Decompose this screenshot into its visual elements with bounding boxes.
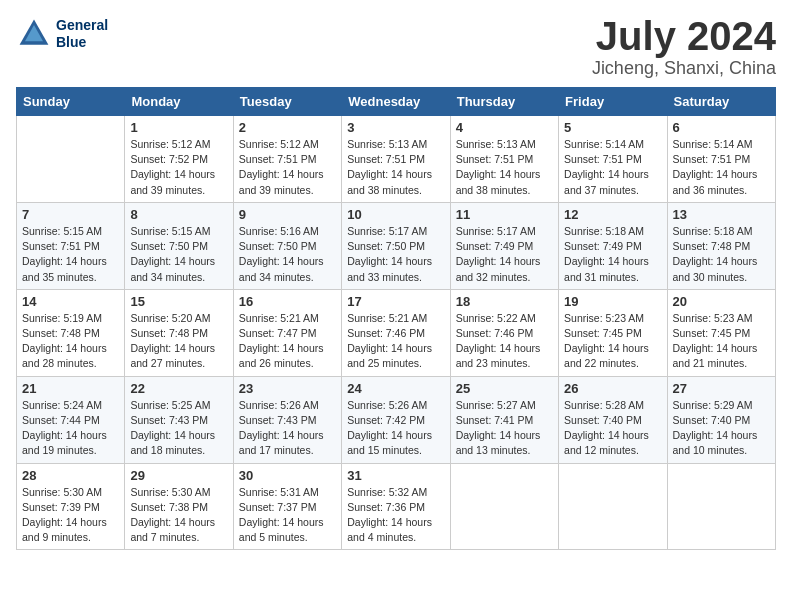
day-info: Sunrise: 5:13 AMSunset: 7:51 PMDaylight:… [456,137,553,198]
calendar-cell: 5Sunrise: 5:14 AMSunset: 7:51 PMDaylight… [559,116,667,203]
day-info: Sunrise: 5:21 AMSunset: 7:46 PMDaylight:… [347,311,444,372]
calendar-cell: 3Sunrise: 5:13 AMSunset: 7:51 PMDaylight… [342,116,450,203]
page-header: General Blue July 2024 Jicheng, Shanxi, … [16,16,776,79]
day-number: 25 [456,381,553,396]
weekday-header-saturday: Saturday [667,88,775,116]
calendar-cell: 23Sunrise: 5:26 AMSunset: 7:43 PMDayligh… [233,376,341,463]
calendar-cell: 9Sunrise: 5:16 AMSunset: 7:50 PMDaylight… [233,202,341,289]
weekday-header-friday: Friday [559,88,667,116]
calendar-week-row: 7Sunrise: 5:15 AMSunset: 7:51 PMDaylight… [17,202,776,289]
day-number: 11 [456,207,553,222]
calendar-cell: 30Sunrise: 5:31 AMSunset: 7:37 PMDayligh… [233,463,341,550]
calendar-cell: 11Sunrise: 5:17 AMSunset: 7:49 PMDayligh… [450,202,558,289]
calendar-cell: 10Sunrise: 5:17 AMSunset: 7:50 PMDayligh… [342,202,450,289]
calendar-cell: 17Sunrise: 5:21 AMSunset: 7:46 PMDayligh… [342,289,450,376]
calendar-cell: 27Sunrise: 5:29 AMSunset: 7:40 PMDayligh… [667,376,775,463]
day-number: 19 [564,294,661,309]
day-info: Sunrise: 5:14 AMSunset: 7:51 PMDaylight:… [564,137,661,198]
calendar-cell: 15Sunrise: 5:20 AMSunset: 7:48 PMDayligh… [125,289,233,376]
day-info: Sunrise: 5:18 AMSunset: 7:49 PMDaylight:… [564,224,661,285]
day-info: Sunrise: 5:29 AMSunset: 7:40 PMDaylight:… [673,398,770,459]
calendar-cell: 21Sunrise: 5:24 AMSunset: 7:44 PMDayligh… [17,376,125,463]
calendar-cell: 4Sunrise: 5:13 AMSunset: 7:51 PMDaylight… [450,116,558,203]
day-info: Sunrise: 5:22 AMSunset: 7:46 PMDaylight:… [456,311,553,372]
day-info: Sunrise: 5:15 AMSunset: 7:50 PMDaylight:… [130,224,227,285]
day-info: Sunrise: 5:18 AMSunset: 7:48 PMDaylight:… [673,224,770,285]
day-number: 21 [22,381,119,396]
calendar-cell [450,463,558,550]
day-info: Sunrise: 5:32 AMSunset: 7:36 PMDaylight:… [347,485,444,546]
calendar-week-row: 28Sunrise: 5:30 AMSunset: 7:39 PMDayligh… [17,463,776,550]
calendar-cell: 7Sunrise: 5:15 AMSunset: 7:51 PMDaylight… [17,202,125,289]
day-info: Sunrise: 5:26 AMSunset: 7:43 PMDaylight:… [239,398,336,459]
day-number: 26 [564,381,661,396]
day-info: Sunrise: 5:14 AMSunset: 7:51 PMDaylight:… [673,137,770,198]
day-info: Sunrise: 5:23 AMSunset: 7:45 PMDaylight:… [564,311,661,372]
day-number: 13 [673,207,770,222]
day-number: 3 [347,120,444,135]
day-number: 24 [347,381,444,396]
day-number: 31 [347,468,444,483]
calendar-cell: 31Sunrise: 5:32 AMSunset: 7:36 PMDayligh… [342,463,450,550]
day-info: Sunrise: 5:16 AMSunset: 7:50 PMDaylight:… [239,224,336,285]
day-info: Sunrise: 5:17 AMSunset: 7:49 PMDaylight:… [456,224,553,285]
calendar-cell: 8Sunrise: 5:15 AMSunset: 7:50 PMDaylight… [125,202,233,289]
day-info: Sunrise: 5:13 AMSunset: 7:51 PMDaylight:… [347,137,444,198]
day-info: Sunrise: 5:17 AMSunset: 7:50 PMDaylight:… [347,224,444,285]
day-info: Sunrise: 5:24 AMSunset: 7:44 PMDaylight:… [22,398,119,459]
day-number: 8 [130,207,227,222]
day-number: 6 [673,120,770,135]
day-number: 15 [130,294,227,309]
location-title: Jicheng, Shanxi, China [592,58,776,79]
day-info: Sunrise: 5:12 AMSunset: 7:52 PMDaylight:… [130,137,227,198]
calendar-cell: 2Sunrise: 5:12 AMSunset: 7:51 PMDaylight… [233,116,341,203]
day-number: 28 [22,468,119,483]
day-number: 10 [347,207,444,222]
day-number: 18 [456,294,553,309]
day-info: Sunrise: 5:19 AMSunset: 7:48 PMDaylight:… [22,311,119,372]
weekday-header-tuesday: Tuesday [233,88,341,116]
calendar-cell: 13Sunrise: 5:18 AMSunset: 7:48 PMDayligh… [667,202,775,289]
day-number: 4 [456,120,553,135]
day-number: 22 [130,381,227,396]
day-info: Sunrise: 5:31 AMSunset: 7:37 PMDaylight:… [239,485,336,546]
weekday-header-thursday: Thursday [450,88,558,116]
day-info: Sunrise: 5:23 AMSunset: 7:45 PMDaylight:… [673,311,770,372]
day-number: 1 [130,120,227,135]
calendar-cell: 6Sunrise: 5:14 AMSunset: 7:51 PMDaylight… [667,116,775,203]
calendar-cell: 24Sunrise: 5:26 AMSunset: 7:42 PMDayligh… [342,376,450,463]
calendar-cell [17,116,125,203]
title-block: July 2024 Jicheng, Shanxi, China [592,16,776,79]
day-number: 27 [673,381,770,396]
calendar-cell: 22Sunrise: 5:25 AMSunset: 7:43 PMDayligh… [125,376,233,463]
calendar-cell: 14Sunrise: 5:19 AMSunset: 7:48 PMDayligh… [17,289,125,376]
day-info: Sunrise: 5:20 AMSunset: 7:48 PMDaylight:… [130,311,227,372]
calendar-table: SundayMondayTuesdayWednesdayThursdayFrid… [16,87,776,550]
calendar-cell [559,463,667,550]
weekday-header-monday: Monday [125,88,233,116]
day-number: 17 [347,294,444,309]
day-number: 2 [239,120,336,135]
day-info: Sunrise: 5:30 AMSunset: 7:39 PMDaylight:… [22,485,119,546]
calendar-cell: 29Sunrise: 5:30 AMSunset: 7:38 PMDayligh… [125,463,233,550]
logo-icon [16,16,52,52]
day-number: 5 [564,120,661,135]
calendar-cell: 12Sunrise: 5:18 AMSunset: 7:49 PMDayligh… [559,202,667,289]
calendar-cell: 28Sunrise: 5:30 AMSunset: 7:39 PMDayligh… [17,463,125,550]
calendar-week-row: 1Sunrise: 5:12 AMSunset: 7:52 PMDaylight… [17,116,776,203]
logo: General Blue [16,16,108,52]
calendar-cell [667,463,775,550]
calendar-cell: 20Sunrise: 5:23 AMSunset: 7:45 PMDayligh… [667,289,775,376]
weekday-header-row: SundayMondayTuesdayWednesdayThursdayFrid… [17,88,776,116]
day-number: 12 [564,207,661,222]
calendar-cell: 25Sunrise: 5:27 AMSunset: 7:41 PMDayligh… [450,376,558,463]
day-number: 14 [22,294,119,309]
weekday-header-wednesday: Wednesday [342,88,450,116]
day-number: 7 [22,207,119,222]
day-number: 30 [239,468,336,483]
day-number: 29 [130,468,227,483]
day-number: 23 [239,381,336,396]
month-title: July 2024 [592,16,776,56]
day-info: Sunrise: 5:25 AMSunset: 7:43 PMDaylight:… [130,398,227,459]
calendar-cell: 19Sunrise: 5:23 AMSunset: 7:45 PMDayligh… [559,289,667,376]
